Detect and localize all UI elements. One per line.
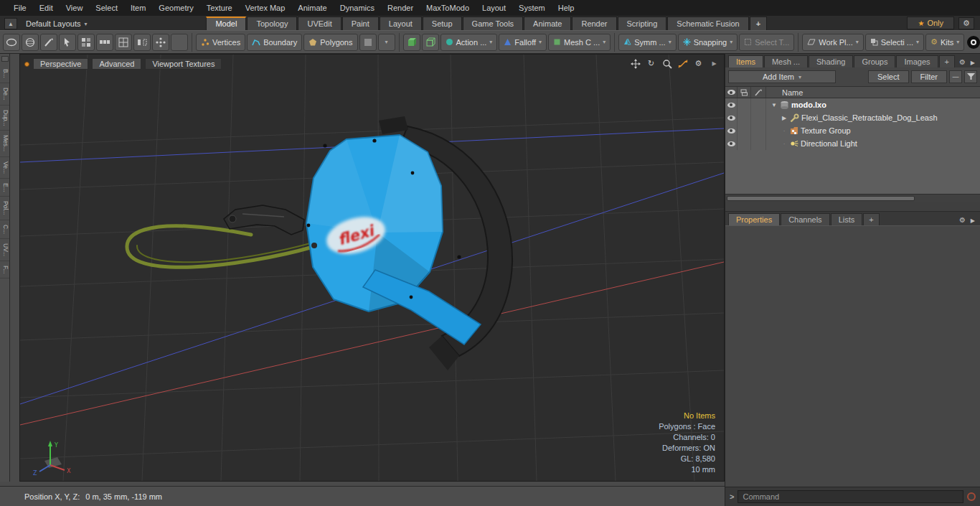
tab-model[interactable]: Model	[206, 17, 246, 30]
tree-expander-open[interactable]: ▼	[771, 102, 778, 108]
tab-lists[interactable]: Lists	[831, 213, 863, 225]
pan-icon[interactable]	[630, 58, 641, 69]
select-through-button[interactable]: Select T...	[739, 34, 794, 51]
mesh-item-label[interactable]: Flexi_Classic_Retractable_Dog_Leash	[801, 113, 938, 122]
scrollbar-thumb[interactable]	[727, 196, 915, 201]
tab-paint[interactable]: Paint	[342, 17, 379, 30]
selection-mode-dropdown[interactable]: ▾	[378, 34, 395, 51]
left-tab-mesh-edit[interactable]: Mes...	[0, 131, 9, 156]
menu-maxtomodo[interactable]: MaxToModo	[420, 0, 476, 16]
visibility-eye-icon[interactable]	[727, 116, 735, 121]
viewport-textures-button[interactable]: Viewport Textures	[145, 58, 222, 70]
snapping-button[interactable]: Snapping ▾	[678, 34, 738, 51]
texture-group-label[interactable]: Texture Group	[801, 126, 851, 135]
duplicate-grid-icon[interactable]	[77, 34, 95, 51]
tab-topology[interactable]: Topology	[247, 17, 297, 30]
item-mode-cube-icon[interactable]	[403, 34, 420, 51]
zoom-icon[interactable]	[661, 58, 672, 69]
scene-item-label[interactable]: modo.lxo	[791, 100, 826, 109]
strip-collapse-button[interactable]	[1, 56, 9, 62]
selection-mode-extra-icon[interactable]	[359, 34, 377, 51]
mirror-tool-icon[interactable]	[133, 34, 151, 51]
left-tab-uv[interactable]: UV...	[0, 239, 9, 261]
table-row-scene[interactable]: ▼ modo.lxo	[725, 98, 980, 111]
left-tab-deform[interactable]: De...	[0, 83, 9, 106]
menu-item[interactable]: Item	[124, 0, 152, 16]
menu-edit[interactable]: Edit	[33, 0, 60, 16]
directional-light-label[interactable]: Directional Light	[801, 139, 857, 148]
mesh-constraint-button[interactable]: Mesh C ... ▾	[548, 34, 611, 51]
panel-splitter[interactable]	[725, 202, 980, 212]
menu-file[interactable]: File	[7, 0, 33, 16]
tab-render[interactable]: Render	[572, 17, 616, 30]
left-tab-polygon[interactable]: Pol...	[0, 197, 9, 220]
blank-slot-icon[interactable]	[171, 34, 188, 51]
items-panel-arrow-icon[interactable]: ▶	[969, 60, 977, 67]
selection-mode-vertices-button[interactable]: Vertices	[196, 34, 245, 51]
left-tab-basic[interactable]: B...	[0, 65, 9, 83]
cursor-tool-icon[interactable]	[59, 34, 76, 51]
command-input[interactable]	[738, 490, 963, 503]
tab-schematic-fusion[interactable]: Schematic Fusion	[667, 17, 748, 30]
tab-scripting[interactable]: Scripting	[618, 17, 667, 30]
table-row-texture-group[interactable]: · Texture Group	[725, 124, 980, 137]
menu-help[interactable]: Help	[552, 0, 581, 16]
add-panel-tab-button[interactable]: +	[939, 55, 955, 67]
tab-animate[interactable]: Animate	[524, 17, 571, 30]
items-panel-gear-icon[interactable]: ⚙	[957, 58, 968, 67]
menu-render[interactable]: Render	[381, 0, 420, 16]
menu-select[interactable]: Select	[89, 0, 124, 16]
viewport-options-dot-icon[interactable]	[24, 62, 29, 67]
item-list-hscrollbar[interactable]	[725, 194, 980, 202]
left-tab-edge[interactable]: E...	[0, 179, 9, 197]
left-tab-vertex[interactable]: Ve...	[0, 157, 9, 179]
action-center-button[interactable]: Action ... ▾	[440, 34, 498, 51]
ellipse-tool-icon[interactable]	[3, 34, 20, 51]
visibility-eye-icon[interactable]	[727, 141, 735, 146]
tree-expander-closed[interactable]: ▶	[781, 115, 788, 121]
tab-items[interactable]: Items	[728, 55, 763, 67]
tab-properties[interactable]: Properties	[728, 213, 780, 225]
menu-layout[interactable]: Layout	[476, 0, 512, 16]
viewport-more-arrow-icon[interactable]: ▶	[709, 58, 720, 69]
selection-mode-boundary-button[interactable]: Boundary	[247, 34, 302, 51]
tab-mesh-ops[interactable]: Mesh ...	[764, 55, 808, 67]
viewport-projection-button[interactable]: Perspective	[33, 58, 88, 70]
add-layout-tab-button[interactable]: +	[750, 17, 767, 30]
menu-view[interactable]: View	[60, 0, 90, 16]
add-item-dropdown[interactable]: Add Item ▾	[728, 70, 836, 83]
menu-animate[interactable]: Animate	[291, 0, 333, 16]
left-tab-curve[interactable]: C...	[0, 220, 9, 239]
falloff-button[interactable]: Falloff ▾	[499, 34, 547, 51]
filter-funnel-icon[interactable]	[964, 70, 977, 83]
sphere-tool-icon[interactable]	[22, 34, 39, 51]
menu-texture[interactable]: Texture	[200, 0, 239, 16]
tab-layout[interactable]: Layout	[380, 17, 422, 30]
filter-button[interactable]: Filter	[911, 70, 947, 83]
tab-images[interactable]: Images	[896, 55, 938, 67]
selection-mode-polygons-button[interactable]: Polygons	[303, 34, 357, 51]
menu-dynamics[interactable]: Dynamics	[334, 0, 381, 16]
viewport-gear-icon[interactable]: ⚙	[693, 58, 704, 69]
radial-array-icon[interactable]	[152, 34, 169, 51]
select-button[interactable]: Select	[868, 70, 909, 83]
menu-system[interactable]: System	[512, 0, 552, 16]
tab-uvedit[interactable]: UVEdit	[298, 17, 341, 30]
orbit-icon[interactable]: ↻	[646, 58, 656, 69]
layout-switcher-dropdown[interactable]: Default Layouts ▾	[20, 19, 93, 30]
tab-shading[interactable]: Shading	[809, 55, 853, 67]
item-mode-cube2-icon[interactable]	[422, 34, 439, 51]
only-button[interactable]: ★ Only	[907, 17, 954, 29]
work-plane-button[interactable]: Work Pl... ▾	[802, 34, 864, 51]
tab-channels[interactable]: Channels	[781, 213, 829, 225]
symmetry-button[interactable]: Symm ... ▾	[618, 34, 676, 51]
tab-groups[interactable]: Groups	[854, 55, 895, 67]
viewport-shading-button[interactable]: Advanced	[92, 58, 141, 70]
kits-button[interactable]: ⚙ Kits ▾	[925, 34, 964, 51]
maximize-icon[interactable]	[677, 58, 688, 69]
name-column-header[interactable]: Name	[766, 88, 803, 97]
3d-viewport[interactable]: flexi Y X Z Perspect	[19, 54, 725, 482]
properties-gear-icon[interactable]: ⚙	[957, 216, 968, 225]
collapse-list-button[interactable]: —	[949, 70, 962, 83]
gear-icon[interactable]: ⚙	[958, 17, 974, 29]
